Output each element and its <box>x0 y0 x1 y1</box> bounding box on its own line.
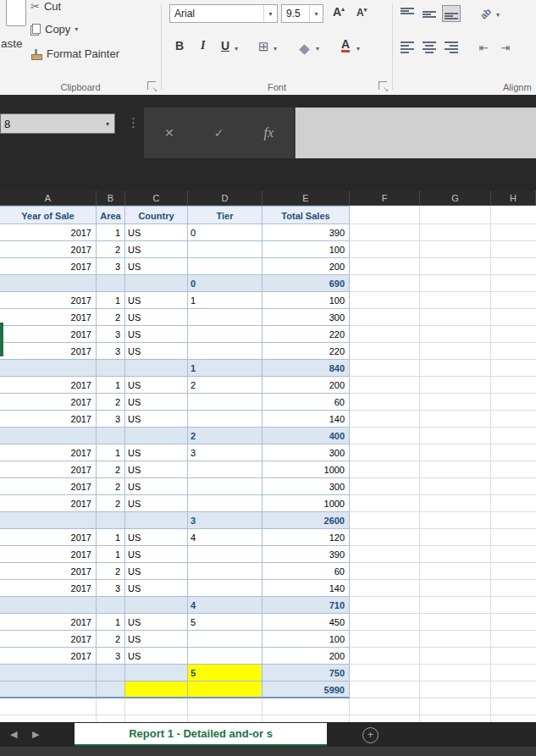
font-name-combo[interactable]: Arial ▾ <box>169 4 278 23</box>
fill-color-dropdown-icon[interactable]: ▾ <box>316 45 319 52</box>
cell-e[interactable]: 220 <box>262 343 350 360</box>
cell-d[interactable]: 4 <box>188 597 262 614</box>
cell-a[interactable]: 2017 <box>0 224 97 241</box>
cell-b[interactable]: 2 <box>97 495 125 512</box>
cell-d[interactable] <box>188 461 262 478</box>
cell-a[interactable]: 2017 <box>0 546 97 563</box>
cell-c[interactable]: US <box>125 495 188 512</box>
column-header-E[interactable]: E <box>262 190 350 206</box>
cell-a[interactable]: 2017 <box>0 495 97 512</box>
cell-b[interactable]: 1 <box>97 292 125 309</box>
header-cell[interactable]: Area <box>97 206 125 224</box>
cell-d[interactable] <box>188 631 262 648</box>
cell-b[interactable]: 3 <box>97 343 125 360</box>
cell-d[interactable] <box>188 648 262 665</box>
insert-function-icon[interactable]: fx <box>263 125 274 141</box>
cell-e[interactable]: 450 <box>262 614 350 631</box>
cell-b[interactable]: 3 <box>97 648 125 665</box>
cell-a[interactable]: 2017 <box>0 326 97 343</box>
increase-font-button[interactable]: A▴ <box>333 5 345 19</box>
chevron-down-icon[interactable]: ▾ <box>263 5 277 22</box>
cell-d[interactable]: 1 <box>188 292 262 309</box>
cell-a[interactable]: 2017 <box>0 478 97 495</box>
cell-d[interactable] <box>188 258 262 275</box>
cell-c[interactable]: US <box>125 326 188 343</box>
cell-a[interactable]: 2017 <box>0 563 97 580</box>
cell-a[interactable]: 2017 <box>0 292 97 309</box>
cell-a[interactable] <box>0 665 97 682</box>
cell-c[interactable]: US <box>125 394 188 411</box>
cell-a[interactable]: 2017 <box>0 309 97 326</box>
prev-sheet-arrow[interactable]: ◀ <box>10 729 17 740</box>
cell-c[interactable] <box>125 682 188 698</box>
cell-c[interactable] <box>125 428 188 444</box>
cell-e[interactable]: 2600 <box>262 512 350 529</box>
cell-a[interactable]: 2017 <box>0 377 97 394</box>
align-right-button[interactable] <box>442 39 461 56</box>
new-sheet-button[interactable]: + <box>362 727 379 743</box>
orientation-dropdown-icon[interactable]: ▾ <box>496 11 500 19</box>
cell-e[interactable]: 390 <box>262 546 350 563</box>
next-sheet-arrow[interactable]: ▶ <box>32 729 39 740</box>
cell-b[interactable]: 2 <box>97 563 125 580</box>
cell-d[interactable]: 3 <box>188 512 262 529</box>
cell-c[interactable] <box>125 360 188 377</box>
cell-c[interactable]: US <box>125 580 188 597</box>
cell-d[interactable] <box>188 309 262 326</box>
cell-b[interactable] <box>97 597 125 614</box>
cell-a[interactable]: 2017 <box>0 444 97 461</box>
column-header-A[interactable]: A <box>0 190 97 206</box>
cell-e[interactable]: 100 <box>262 292 350 309</box>
cell-a[interactable]: 2017 <box>0 631 97 648</box>
cell-e[interactable]: 120 <box>262 529 350 546</box>
italic-button[interactable]: I <box>201 39 205 52</box>
cell-d[interactable] <box>188 495 262 512</box>
font-size-combo[interactable]: 9.5 ▾ <box>281 4 323 23</box>
cell-e[interactable]: 1000 <box>262 461 350 478</box>
cell-d[interactable] <box>188 241 262 258</box>
cell-b[interactable]: 1 <box>97 546 125 563</box>
copy-button[interactable]: Copy ▾ <box>30 23 78 36</box>
cell-c[interactable] <box>125 512 188 529</box>
cell-e[interactable]: 710 <box>262 597 350 614</box>
cell-d[interactable]: 2 <box>188 428 262 444</box>
font-color-dropdown-icon[interactable]: ▾ <box>356 45 360 52</box>
column-header-B[interactable]: B <box>97 190 125 206</box>
header-cell[interactable]: Year of Sale <box>0 206 97 224</box>
bold-button[interactable]: B <box>175 39 184 52</box>
worksheet[interactable]: Year of SaleAreaCountryTierTotal Sales20… <box>0 206 536 722</box>
cell-b[interactable]: 1 <box>97 529 125 546</box>
cell-a[interactable]: 2017 <box>0 343 97 360</box>
paste-button[interactable]: aste <box>1 37 23 50</box>
cell-d[interactable]: 1 <box>188 360 262 377</box>
cell-b[interactable]: 3 <box>97 258 125 275</box>
cell-b[interactable]: 1 <box>97 444 125 461</box>
cell-c[interactable]: US <box>125 444 188 461</box>
align-middle-button[interactable] <box>420 5 439 22</box>
cell-d[interactable] <box>188 682 262 698</box>
cell-e[interactable]: 200 <box>262 648 350 665</box>
cell-d[interactable] <box>188 394 262 411</box>
cell-d[interactable]: 0 <box>188 224 262 241</box>
enter-icon[interactable]: ✓ <box>214 126 224 140</box>
format-painter-button[interactable]: Format Painter <box>30 47 119 60</box>
cell-d[interactable] <box>188 546 262 563</box>
cell-b[interactable]: 2 <box>97 461 125 478</box>
cell-b[interactable]: 2 <box>97 631 125 648</box>
header-cell[interactable]: Country <box>125 206 188 224</box>
cell-a[interactable]: 2017 <box>0 580 97 597</box>
cell-e[interactable]: 390 <box>262 224 350 241</box>
cell-e[interactable]: 140 <box>262 580 350 597</box>
cell-d[interactable] <box>188 326 262 343</box>
cell-c[interactable]: US <box>125 529 188 546</box>
cell-d[interactable] <box>188 343 262 360</box>
cell-a[interactable]: 2017 <box>0 258 97 275</box>
cell-a[interactable]: 2017 <box>0 648 97 665</box>
fill-color-button[interactable] <box>301 41 308 57</box>
cell-d[interactable]: 5 <box>188 665 262 682</box>
cell-d[interactable]: 2 <box>188 377 262 394</box>
cell-e[interactable]: 300 <box>262 309 350 326</box>
cell-d[interactable]: 3 <box>188 444 262 461</box>
column-header-F[interactable]: F <box>350 190 420 206</box>
chevron-down-icon[interactable]: ▾ <box>309 5 323 22</box>
